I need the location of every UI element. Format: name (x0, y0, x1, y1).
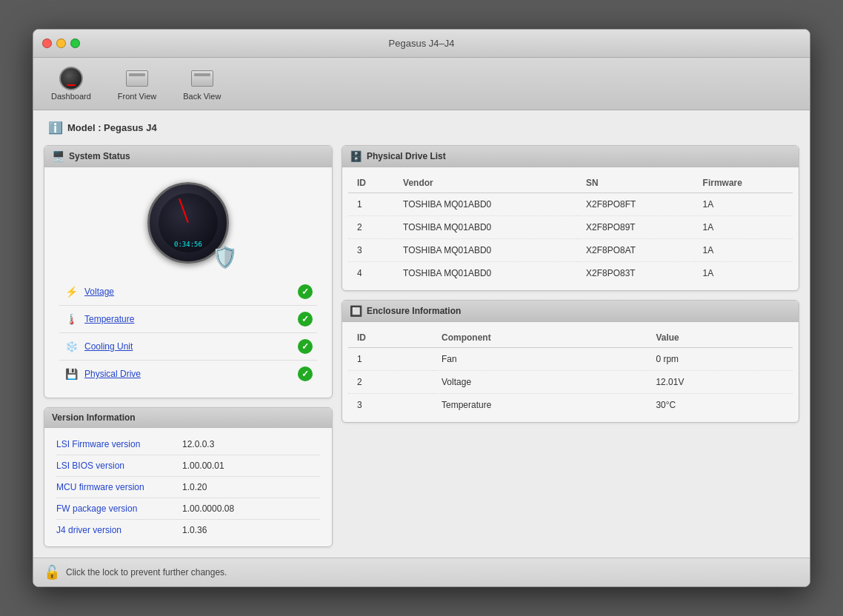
voltage-icon: ⚡ (64, 286, 79, 298)
table-row: 3Temperature30°C (348, 394, 793, 417)
gauge-area: 0:34:56 🛡️ (52, 175, 324, 275)
cooling-status: ✓ (298, 339, 313, 354)
drive-id: 2 (348, 216, 394, 239)
enclosure-icon: 🔲 (350, 305, 362, 317)
enclosure-panel: 🔲 Enclosure Information ID Component Val… (341, 300, 799, 423)
drive-sn: X2F8PO8FT (577, 193, 694, 216)
physical-drive-panel: 🗄️ Physical Drive List ID Vendor SN Firm… (341, 145, 799, 291)
drive-firmware: 1A (694, 239, 793, 262)
drive-vendor: TOSHIBA MQ01ABD0 (394, 216, 577, 239)
system-status-icon: 🖥️ (52, 150, 64, 162)
status-list: ⚡ Voltage ✓ 🌡️ Temperature ✓ ❄️ (52, 275, 324, 390)
gauge-display: 0:34:56 (174, 241, 202, 248)
enc-value: 12.01V (647, 371, 793, 394)
fw-pkg-key: FW package version (56, 503, 175, 514)
bottom-bar: 🔓 Click the lock to prevent further chan… (33, 558, 810, 586)
close-button[interactable] (42, 38, 52, 48)
version-info-title: Version Information (52, 412, 136, 423)
titlebar: Pegasus J4–J4 (33, 30, 810, 58)
bottom-text: Click the lock to prevent further change… (66, 567, 227, 578)
model-bar: ℹ️ Model : Pegasus J4 (44, 118, 799, 138)
temperature-status: ✓ (298, 312, 313, 327)
table-row: 2Voltage12.01V (348, 371, 793, 394)
minimize-button[interactable] (56, 38, 66, 48)
gauge-wrapper: 0:34:56 🛡️ (147, 182, 229, 264)
table-row: 4TOSHIBA MQ01ABD0X2F8PO83T1A (348, 262, 793, 285)
back-view-label: Back View (183, 92, 221, 101)
drive-id: 4 (348, 262, 394, 285)
enc-col-value: Value (647, 328, 793, 348)
j4-driver-val: 1.0.36 (182, 525, 207, 535)
enc-component: Fan (433, 348, 647, 371)
dashboard-label: Dashboard (51, 92, 91, 101)
drive-firmware: 1A (694, 262, 793, 285)
model-icon: ℹ️ (48, 121, 63, 135)
lsi-fw-key: LSI Firmware version (56, 439, 175, 449)
enc-id: 3 (348, 394, 433, 417)
mcu-val: 1.0.20 (182, 482, 207, 492)
version-list: LSI Firmware version 12.0.0.3 LSI BIOS v… (44, 428, 332, 546)
mcu-key: MCU firmware version (56, 482, 175, 492)
version-info-header: Version Information (44, 408, 332, 428)
lsi-bios-val: 1.00.00.01 (182, 461, 224, 471)
window-title: Pegasus J4–J4 (389, 38, 455, 49)
right-column: 🗄️ Physical Drive List ID Vendor SN Firm… (341, 145, 799, 547)
toolbar-front-view[interactable]: Front View (112, 64, 162, 104)
drive-list-icon: 🗄️ (350, 150, 362, 162)
temperature-label[interactable]: Temperature (84, 314, 292, 324)
enclosure-header: 🔲 Enclosure Information (342, 301, 799, 322)
physical-drive-icon: 💾 (64, 368, 79, 380)
physical-drive-label[interactable]: Physical Drive (84, 369, 292, 379)
gauge-inner: 0:34:56 (159, 193, 218, 252)
enc-component: Voltage (433, 371, 647, 394)
maximize-button[interactable] (70, 38, 80, 48)
drive-sn: X2F8PO83T (577, 262, 694, 285)
front-view-label: Front View (118, 92, 156, 101)
drive-vendor: TOSHIBA MQ01ABD0 (394, 239, 577, 262)
model-label: Model : Pegasus J4 (67, 122, 157, 133)
temperature-icon: 🌡️ (64, 313, 79, 325)
table-row: 1Fan0 rpm (348, 348, 793, 371)
dashboard-icon (59, 67, 83, 90)
table-row: 2TOSHIBA MQ01ABD0X2F8PO89T1A (348, 216, 793, 239)
col-id: ID (348, 173, 394, 193)
shield-icon: 🛡️ (212, 245, 238, 270)
enc-value: 30°C (647, 394, 793, 417)
content-area: ℹ️ Model : Pegasus J4 🖥️ System Status (33, 110, 810, 558)
enc-col-component: Component (433, 328, 647, 348)
cooling-label[interactable]: Cooling Unit (84, 341, 292, 352)
physical-drive-table-wrapper: ID Vendor SN Firmware 1TOSHIBA MQ01ABD0X… (342, 167, 799, 290)
version-row-mcu: MCU firmware version 1.0.20 (56, 477, 320, 498)
front-view-icon (125, 67, 149, 90)
voltage-status: ✓ (298, 284, 313, 299)
enclosure-body: 1Fan0 rpm2Voltage12.01V3Temperature30°C (348, 348, 793, 417)
system-status-title: System Status (69, 151, 130, 161)
status-physical-drive: 💾 Physical Drive ✓ (59, 361, 317, 387)
table-row: 3TOSHIBA MQ01ABD0X2F8PO8AT1A (348, 239, 793, 262)
toolbar: Dashboard Front View Back View (33, 58, 810, 110)
drive-sn: X2F8PO89T (577, 216, 694, 239)
lock-icon[interactable]: 🔓 (44, 564, 60, 580)
enc-id: 1 (348, 348, 433, 371)
drive-id: 3 (348, 239, 394, 262)
fw-pkg-val: 1.00.0000.08 (182, 503, 234, 514)
enclosure-header-row: ID Component Value (348, 328, 793, 348)
main-grid: 🖥️ System Status 0:34:56 (44, 145, 799, 547)
enc-component: Temperature (433, 394, 647, 417)
drive-id: 1 (348, 193, 394, 216)
col-sn: SN (577, 173, 694, 193)
status-temperature: 🌡️ Temperature ✓ (59, 306, 317, 333)
status-voltage: ⚡ Voltage ✓ (59, 278, 317, 306)
toolbar-dashboard[interactable]: Dashboard (45, 64, 97, 104)
drive-vendor: TOSHIBA MQ01ABD0 (394, 193, 577, 216)
drive-firmware: 1A (694, 193, 793, 216)
toolbar-back-view[interactable]: Back View (177, 64, 227, 104)
voltage-label[interactable]: Voltage (84, 287, 292, 297)
system-status-panel: 🖥️ System Status 0:34:56 (44, 145, 333, 398)
drive-vendor: TOSHIBA MQ01ABD0 (394, 262, 577, 285)
lsi-bios-key: LSI BIOS version (56, 461, 175, 471)
version-row-lsi-fw: LSI Firmware version 12.0.0.3 (56, 434, 320, 455)
version-row-j4-driver: J4 driver version 1.0.36 (56, 520, 320, 540)
enclosure-title: Enclosure Information (367, 306, 461, 316)
table-row: 1TOSHIBA MQ01ABD0X2F8PO8FT1A (348, 193, 793, 216)
